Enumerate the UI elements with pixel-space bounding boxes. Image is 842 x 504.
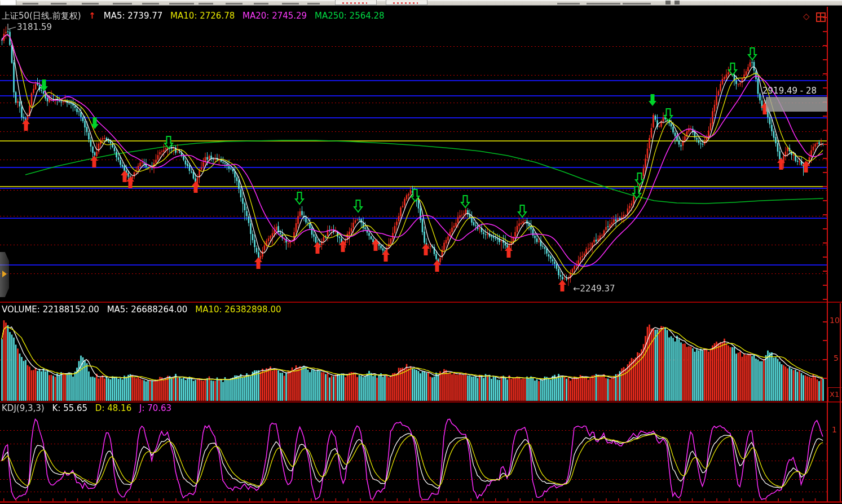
ma10-readout: MA10: 2726.78 xyxy=(170,11,235,21)
sidebar-expand-handle[interactable] xyxy=(0,252,9,297)
menu-item-stub[interactable] xyxy=(587,3,620,5)
price-pane-header: 上证50(日线.前复权) ↑ MA5: 2739.77 MA10: 2726.7… xyxy=(2,11,390,21)
grid-layout-icon[interactable] xyxy=(816,12,826,22)
menu-toggle-button[interactable] xyxy=(335,0,377,5)
app-icon xyxy=(1,0,16,5)
menu-toggle-button[interactable] xyxy=(386,0,427,5)
range-annotation: 2919.49 - 28 xyxy=(762,86,817,96)
kdj-d-readout: D: 48.16 xyxy=(95,403,131,413)
kdj-k-readout: K: 55.65 xyxy=(52,403,87,413)
price-range-highlight-box xyxy=(766,97,827,112)
menu-item-stub[interactable] xyxy=(142,3,159,5)
trading-terminal-window: 上证50(日线.前复权) ↑ MA5: 2739.77 MA10: 2726.7… xyxy=(0,0,842,504)
toolbar-icon-stub[interactable] xyxy=(675,1,680,5)
low-price-annotation: ←2249.37 xyxy=(573,284,615,294)
toolbar-icon-stub[interactable] xyxy=(665,1,671,5)
volume-ma5-readout: MA5: 26688264.00 xyxy=(107,304,188,315)
menu-item-stub[interactable] xyxy=(226,3,243,5)
menu-item-stub[interactable] xyxy=(82,3,99,5)
ma5-readout: MA5: 2739.77 xyxy=(104,11,163,21)
menu-item-stub[interactable] xyxy=(23,3,38,5)
ma20-readout: MA20: 2745.29 xyxy=(243,11,307,21)
menu-item-stub[interactable] xyxy=(623,3,651,5)
diamond-tool-icon[interactable]: ◇ xyxy=(803,12,810,21)
menu-item-stub[interactable] xyxy=(169,3,194,5)
volume-pane-header: VOLUME: 22188152.00 MA5: 26688264.00 MA1… xyxy=(2,305,286,315)
volume-ma10-readout: MA10: 26382898.00 xyxy=(195,304,281,315)
volume-axis-label-mid: 5 xyxy=(834,353,839,362)
volume-axis-label-upper: 10 xyxy=(830,316,840,325)
menu-item-stub[interactable] xyxy=(113,3,132,5)
menu-item-stub[interactable] xyxy=(307,3,320,5)
menu-item-stub[interactable] xyxy=(254,3,268,5)
peak-price-annotation: 3181.59 xyxy=(17,22,52,32)
ma250-readout: MA250: 2564.28 xyxy=(315,11,385,21)
symbol-title: 上证50(日线.前复权) xyxy=(2,11,81,21)
kdj-pane-header: KDJ(9,3,3) K: 55.65 D: 48.16 J: 70.63 xyxy=(2,404,177,413)
candlestick-chart-canvas[interactable] xyxy=(0,0,842,504)
menu-bar[interactable] xyxy=(0,0,842,6)
signal-up-arrow-icon: ↑ xyxy=(89,11,96,21)
menu-item-stub[interactable] xyxy=(282,3,299,5)
expand-arrow-icon xyxy=(2,271,7,277)
menu-item-stub[interactable] xyxy=(199,3,213,5)
kdj-axis-label: 1 xyxy=(832,425,837,434)
volume-scale-multiplier[interactable]: X1 xyxy=(828,387,841,401)
volume-readout: VOLUME: 22188152.00 xyxy=(2,304,99,315)
menu-item-stub[interactable] xyxy=(51,3,67,5)
menu-item-stub[interactable] xyxy=(557,3,580,5)
kdj-title: KDJ(9,3,3) xyxy=(2,403,45,413)
kdj-j-readout: J: 70.63 xyxy=(139,403,171,413)
